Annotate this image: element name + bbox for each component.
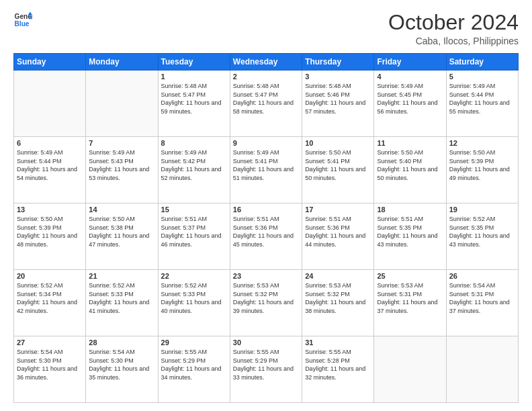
table-row: 27Sunrise: 5:54 AM Sunset: 5:30 PM Dayli…	[14, 336, 86, 403]
day-info: Sunrise: 5:50 AM Sunset: 5:38 PM Dayligh…	[89, 215, 154, 248]
day-info: Sunrise: 5:51 AM Sunset: 5:36 PM Dayligh…	[233, 215, 299, 248]
day-info: Sunrise: 5:50 AM Sunset: 5:40 PM Dayligh…	[377, 148, 443, 182]
day-info: Sunrise: 5:52 AM Sunset: 5:34 PM Dayligh…	[17, 281, 83, 315]
calendar-table: Sunday Monday Tuesday Wednesday Thursday…	[13, 53, 519, 403]
table-row: 28Sunrise: 5:54 AM Sunset: 5:30 PM Dayli…	[86, 336, 158, 403]
table-row: 30Sunrise: 5:55 AM Sunset: 5:29 PM Dayli…	[230, 336, 302, 403]
day-info: Sunrise: 5:50 AM Sunset: 5:41 PM Dayligh…	[305, 148, 371, 182]
calendar-week-row: 27Sunrise: 5:54 AM Sunset: 5:30 PM Dayli…	[14, 336, 519, 403]
table-row: 26Sunrise: 5:54 AM Sunset: 5:31 PM Dayli…	[446, 270, 518, 336]
table-row	[14, 71, 86, 137]
day-info: Sunrise: 5:55 AM Sunset: 5:29 PM Dayligh…	[161, 348, 227, 381]
calendar-week-row: 1Sunrise: 5:48 AM Sunset: 5:47 PM Daylig…	[14, 71, 519, 137]
header: General Blue October 2024 Caba, Ilocos, …	[13, 11, 519, 46]
day-info: Sunrise: 5:53 AM Sunset: 5:32 PM Dayligh…	[233, 281, 299, 315]
day-number: 14	[89, 205, 154, 214]
calendar-week-row: 13Sunrise: 5:50 AM Sunset: 5:39 PM Dayli…	[14, 203, 519, 270]
logo: General Blue	[13, 11, 32, 30]
calendar-week-row: 20Sunrise: 5:52 AM Sunset: 5:34 PM Dayli…	[14, 270, 519, 336]
day-number: 2	[233, 73, 299, 81]
table-row: 24Sunrise: 5:53 AM Sunset: 5:32 PM Dayli…	[302, 270, 374, 336]
table-row: 13Sunrise: 5:50 AM Sunset: 5:39 PM Dayli…	[14, 203, 86, 270]
table-row	[86, 71, 158, 137]
day-info: Sunrise: 5:51 AM Sunset: 5:35 PM Dayligh…	[377, 215, 443, 248]
header-friday: Friday	[374, 54, 446, 71]
page: General Blue October 2024 Caba, Ilocos, …	[0, 0, 532, 411]
table-row: 31Sunrise: 5:55 AM Sunset: 5:28 PM Dayli…	[302, 336, 374, 403]
header-wednesday: Wednesday	[230, 54, 302, 71]
table-row	[374, 336, 446, 403]
day-number: 3	[305, 73, 371, 81]
day-info: Sunrise: 5:49 AM Sunset: 5:45 PM Dayligh…	[377, 82, 443, 116]
day-info: Sunrise: 5:51 AM Sunset: 5:37 PM Dayligh…	[161, 215, 227, 248]
day-number: 10	[305, 139, 371, 147]
table-row: 3Sunrise: 5:48 AM Sunset: 5:46 PM Daylig…	[302, 71, 374, 137]
table-row: 25Sunrise: 5:53 AM Sunset: 5:31 PM Dayli…	[374, 270, 446, 336]
table-row: 17Sunrise: 5:51 AM Sunset: 5:36 PM Dayli…	[302, 203, 374, 270]
header-monday: Monday	[86, 54, 158, 71]
day-number: 23	[233, 272, 299, 280]
day-number: 18	[377, 205, 443, 214]
day-number: 29	[161, 338, 227, 347]
day-number: 22	[161, 272, 227, 280]
day-number: 8	[161, 139, 227, 147]
table-row: 14Sunrise: 5:50 AM Sunset: 5:38 PM Dayli…	[86, 203, 158, 270]
day-info: Sunrise: 5:48 AM Sunset: 5:47 PM Dayligh…	[233, 82, 299, 116]
day-info: Sunrise: 5:49 AM Sunset: 5:44 PM Dayligh…	[449, 82, 515, 116]
day-number: 17	[305, 205, 371, 214]
day-number: 1	[161, 73, 227, 81]
table-row: 9Sunrise: 5:49 AM Sunset: 5:41 PM Daylig…	[230, 137, 302, 203]
table-row: 11Sunrise: 5:50 AM Sunset: 5:40 PM Dayli…	[374, 137, 446, 203]
day-info: Sunrise: 5:49 AM Sunset: 5:44 PM Dayligh…	[17, 148, 83, 182]
day-info: Sunrise: 5:52 AM Sunset: 5:33 PM Dayligh…	[161, 281, 227, 315]
day-info: Sunrise: 5:54 AM Sunset: 5:31 PM Dayligh…	[449, 281, 515, 315]
table-row: 21Sunrise: 5:52 AM Sunset: 5:33 PM Dayli…	[86, 270, 158, 336]
location-subtitle: Caba, Ilocos, Philippines	[388, 36, 519, 46]
day-info: Sunrise: 5:55 AM Sunset: 5:28 PM Dayligh…	[305, 348, 371, 381]
day-info: Sunrise: 5:55 AM Sunset: 5:29 PM Dayligh…	[233, 348, 299, 381]
day-number: 31	[305, 338, 371, 347]
day-number: 26	[449, 272, 515, 280]
day-number: 9	[233, 139, 299, 147]
logo-icon: General Blue	[13, 11, 32, 30]
table-row: 16Sunrise: 5:51 AM Sunset: 5:36 PM Dayli…	[230, 203, 302, 270]
day-number: 20	[17, 272, 83, 280]
day-number: 21	[89, 272, 154, 280]
day-info: Sunrise: 5:50 AM Sunset: 5:39 PM Dayligh…	[449, 148, 515, 182]
day-number: 16	[233, 205, 299, 214]
day-number: 27	[17, 338, 83, 347]
table-row	[446, 336, 518, 403]
table-row: 18Sunrise: 5:51 AM Sunset: 5:35 PM Dayli…	[374, 203, 446, 270]
day-info: Sunrise: 5:49 AM Sunset: 5:43 PM Dayligh…	[89, 148, 154, 182]
calendar-week-row: 6Sunrise: 5:49 AM Sunset: 5:44 PM Daylig…	[14, 137, 519, 203]
header-thursday: Thursday	[302, 54, 374, 71]
day-number: 6	[17, 139, 83, 147]
day-info: Sunrise: 5:48 AM Sunset: 5:46 PM Dayligh…	[305, 82, 371, 116]
title-block: October 2024 Caba, Ilocos, Philippines	[388, 11, 519, 46]
day-number: 7	[89, 139, 154, 147]
day-number: 25	[377, 272, 443, 280]
day-number: 19	[449, 205, 515, 214]
header-sunday: Sunday	[14, 54, 86, 71]
day-number: 11	[377, 139, 443, 147]
month-title: October 2024	[388, 11, 519, 34]
day-number: 12	[449, 139, 515, 147]
table-row: 19Sunrise: 5:52 AM Sunset: 5:35 PM Dayli…	[446, 203, 518, 270]
day-number: 4	[377, 73, 443, 81]
day-info: Sunrise: 5:51 AM Sunset: 5:36 PM Dayligh…	[305, 215, 371, 248]
day-info: Sunrise: 5:50 AM Sunset: 5:39 PM Dayligh…	[17, 215, 83, 248]
day-info: Sunrise: 5:53 AM Sunset: 5:31 PM Dayligh…	[377, 281, 443, 315]
day-number: 30	[233, 338, 299, 347]
table-row: 7Sunrise: 5:49 AM Sunset: 5:43 PM Daylig…	[86, 137, 158, 203]
day-info: Sunrise: 5:49 AM Sunset: 5:42 PM Dayligh…	[161, 148, 227, 182]
day-info: Sunrise: 5:54 AM Sunset: 5:30 PM Dayligh…	[89, 348, 154, 381]
table-row: 12Sunrise: 5:50 AM Sunset: 5:39 PM Dayli…	[446, 137, 518, 203]
day-number: 15	[161, 205, 227, 214]
day-info: Sunrise: 5:52 AM Sunset: 5:33 PM Dayligh…	[89, 281, 154, 315]
table-row: 1Sunrise: 5:48 AM Sunset: 5:47 PM Daylig…	[158, 71, 230, 137]
table-row: 5Sunrise: 5:49 AM Sunset: 5:44 PM Daylig…	[446, 71, 518, 137]
day-number: 5	[449, 73, 515, 81]
day-number: 24	[305, 272, 371, 280]
table-row: 10Sunrise: 5:50 AM Sunset: 5:41 PM Dayli…	[302, 137, 374, 203]
header-saturday: Saturday	[446, 54, 518, 71]
